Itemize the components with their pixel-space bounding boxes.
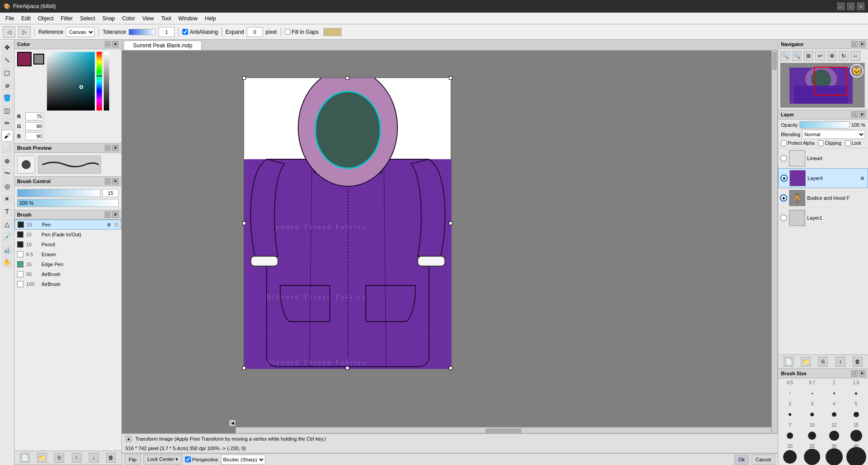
sel-handle-mr[interactable] (449, 221, 452, 225)
bs-dot-9[interactable] (802, 429, 822, 442)
brush-footer-up[interactable]: ↑ (72, 453, 82, 463)
tool-select-rect[interactable]: ▢ (1, 67, 13, 78)
bs-dot-5[interactable] (802, 408, 822, 421)
menu-snap[interactable]: Snap (99, 14, 119, 23)
bs-dot-12[interactable] (780, 451, 800, 463)
sel-handle-br[interactable] (449, 366, 452, 370)
layer-move[interactable]: ↕ (836, 357, 845, 367)
reference-select[interactable]: Canvas (66, 27, 95, 37)
brush-item-1[interactable]: 15 Pen (Fade In/Out) (14, 230, 121, 239)
layer-vis-1[interactable] (780, 214, 787, 221)
scroll-up[interactable]: ▲ (125, 436, 132, 442)
perspective-check[interactable]: Perspective (185, 456, 218, 462)
lock-check[interactable]: Lock (845, 140, 861, 146)
menu-edit[interactable]: Edit (18, 14, 34, 23)
tool-smudge[interactable]: 〜 (1, 168, 13, 180)
nav-settings[interactable]: ⚙ (827, 51, 837, 61)
brush-footer-new[interactable]: 📄 (20, 453, 30, 463)
clipping-check[interactable]: Clipping (818, 140, 841, 146)
brush-footer-down[interactable]: ↓ (89, 453, 99, 463)
bs-dot-7[interactable] (846, 408, 866, 421)
brush-list-pop[interactable]: □ (105, 212, 111, 218)
color-panel-close[interactable]: ✕ (112, 41, 119, 47)
bs-dot-13[interactable] (802, 451, 822, 463)
sel-handle-bc[interactable] (346, 366, 349, 370)
layer-new[interactable]: 📄 (784, 357, 794, 367)
tool-gradient[interactable]: ◫ (1, 105, 13, 116)
brush-gear-0[interactable]: ⚙ (106, 221, 112, 228)
brush-footer-folder[interactable]: 📁 (37, 453, 47, 463)
g-input[interactable]: 88 (25, 122, 43, 130)
sel-handle-tl[interactable] (242, 76, 246, 80)
maximize-button[interactable]: □ (847, 3, 854, 10)
brush-footer-copy[interactable]: ⎘ (54, 453, 64, 463)
brush-preview-close[interactable]: ✕ (112, 145, 119, 151)
expand-input[interactable]: 0 (247, 27, 263, 37)
tool-eraser[interactable]: ⬜ (1, 143, 13, 154)
hue-bar[interactable] (97, 52, 102, 110)
layer-vis-lineart[interactable] (780, 155, 787, 162)
layer-item-lineart[interactable]: Lineart (778, 148, 868, 168)
menu-tool[interactable]: Tool (157, 14, 175, 23)
menu-help[interactable]: Help (201, 14, 220, 23)
sel-handle-ml[interactable] (242, 221, 246, 225)
menu-select[interactable]: Select (76, 14, 98, 23)
tool-stamp[interactable]: ⊕ (1, 155, 13, 167)
nav-zoom-fit[interactable]: ⊞ (803, 51, 813, 61)
layer-item-bodice[interactable]: ● 🧍 Bodice and Hood F (778, 188, 868, 208)
tool-move[interactable]: ✥ (1, 41, 13, 53)
opacity-slider[interactable] (799, 121, 850, 129)
layer-item-4[interactable]: ● Layer4 ⚙ (778, 168, 868, 188)
scroll-v[interactable] (771, 51, 778, 433)
brushsize-close[interactable]: ✕ (859, 370, 865, 377)
scroll-h[interactable] (235, 427, 771, 433)
alpha-bar[interactable] (104, 52, 109, 110)
brush-item-6[interactable]: 100 AirBrush (14, 279, 121, 289)
bs-dot-0[interactable] (780, 387, 800, 400)
brush-item-4[interactable]: 15 Edge Pen (14, 259, 121, 269)
interpolation-select[interactable]: Bicubic (Sharp) (221, 455, 265, 465)
brush-size-slider[interactable] (17, 189, 101, 197)
brush-control-close[interactable]: ✕ (112, 178, 119, 184)
b-input[interactable]: 90 (25, 132, 43, 140)
menu-filter[interactable]: Filter (57, 14, 77, 23)
brush-preview-btns[interactable]: □ ✕ (105, 145, 119, 151)
bs-dot-14[interactable] (824, 451, 845, 463)
menu-file[interactable]: File (2, 14, 18, 23)
layer-group[interactable]: 📁 (801, 357, 811, 367)
sel-handle-bl[interactable] (242, 366, 246, 370)
toolbar-btn-1[interactable]: ◁ (3, 26, 15, 38)
brush-list-btns[interactable]: □ ✕ (105, 212, 119, 218)
brushsize-pop[interactable]: □ (851, 370, 858, 377)
layer-vis-4[interactable]: ● (780, 175, 788, 182)
tool-bucket[interactable]: 🪣 (1, 92, 13, 104)
sel-handle-tr[interactable] (449, 76, 452, 80)
nav-reset[interactable]: ↩ (815, 51, 825, 61)
brush-preview-pop[interactable]: □ (105, 145, 111, 151)
menu-window[interactable]: Window (175, 14, 201, 23)
nav-zoom-in[interactable]: 🔍 (780, 51, 790, 61)
blending-select[interactable]: Normal (802, 130, 865, 139)
navigator-pop[interactable]: □ (851, 41, 858, 47)
close-button[interactable]: ✕ (857, 3, 864, 10)
bs-dot-1[interactable] (802, 387, 822, 400)
brush-list-close[interactable]: ✕ (112, 212, 119, 218)
ok-button[interactable]: Ok (734, 455, 749, 465)
secondary-color-swatch[interactable] (33, 54, 44, 64)
perspective-checkbox[interactable] (185, 456, 191, 462)
nav-zoom-out[interactable]: 🔍 (792, 51, 802, 61)
tool-pen[interactable]: ✏ (1, 117, 13, 129)
primary-color-swatch[interactable] (17, 52, 32, 66)
cancel-button[interactable]: Cancel (752, 455, 775, 465)
canvas-container[interactable]: Blended Thread Fabrics Blended Thread Fa… (122, 51, 778, 433)
tool-hand[interactable]: ✋ (1, 256, 13, 268)
toolbar-btn-2[interactable]: ▷ (18, 26, 31, 38)
navigator-close[interactable]: ✕ (859, 41, 865, 47)
menu-view[interactable]: View (139, 14, 157, 23)
bs-dot-4[interactable] (780, 408, 800, 421)
fill-color-swatch[interactable] (323, 28, 342, 36)
brush-opacity-bar[interactable]: 100 % (17, 199, 119, 207)
bs-dot-10[interactable] (824, 429, 845, 442)
brush-item-3[interactable]: 8.5 Eraser (14, 249, 121, 259)
layer-gear-4[interactable]: ⚙ (859, 175, 866, 182)
